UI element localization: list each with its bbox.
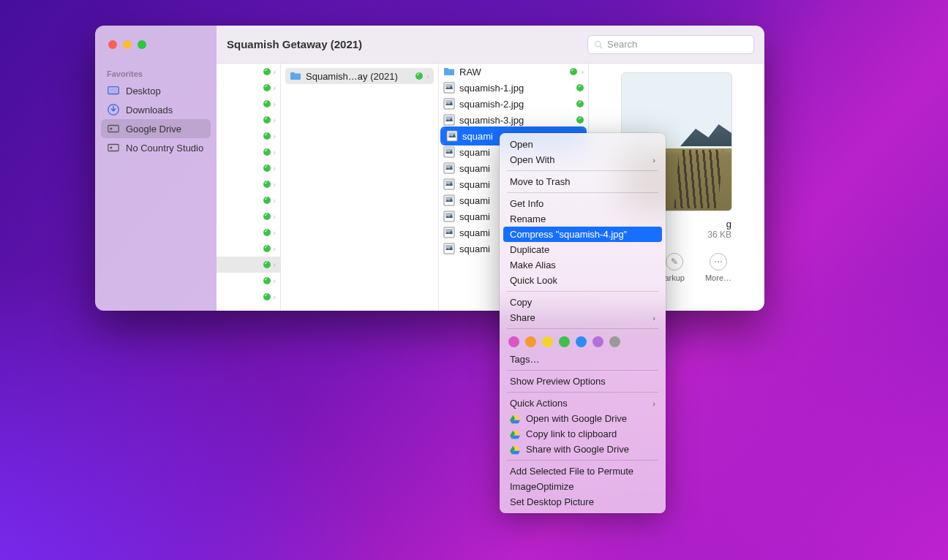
list-item[interactable]: › xyxy=(217,176,280,192)
tag-color-dot[interactable] xyxy=(576,336,587,347)
folder-item-squamish[interactable]: Squamish…ay (2021) › xyxy=(285,68,434,84)
menu-rename[interactable]: Rename xyxy=(500,211,666,227)
menu-show-preview-options[interactable]: Show Preview Options xyxy=(500,374,666,389)
tag-color-dot[interactable] xyxy=(508,336,519,347)
list-item[interactable]: › xyxy=(217,144,280,160)
menu-duplicate[interactable]: Duplicate xyxy=(500,242,666,257)
chevron-right-icon: › xyxy=(427,72,429,80)
menu-gd-open[interactable]: Open with Google Drive xyxy=(500,411,666,426)
menu-imageoptimize[interactable]: ImageOptimize xyxy=(500,479,666,494)
menu-share[interactable]: Share› xyxy=(500,310,666,325)
menu-move-to-trash[interactable]: Move to Trash xyxy=(500,174,666,189)
menu-open[interactable]: Open xyxy=(500,137,666,152)
menu-set-desktop-picture[interactable]: Set Desktop Picture xyxy=(500,494,666,510)
chevron-right-icon: › xyxy=(274,164,276,173)
list-item[interactable]: › xyxy=(217,112,280,128)
sync-icon xyxy=(263,277,271,284)
tag-color-dot[interactable] xyxy=(609,336,620,347)
list-item[interactable]: › xyxy=(217,128,280,144)
list-item[interactable]: › xyxy=(217,289,280,305)
list-item[interactable]: › xyxy=(217,241,280,257)
svg-rect-5 xyxy=(108,126,118,132)
list-item[interactable]: › xyxy=(217,80,280,96)
markup-button[interactable]: ✎ arkup xyxy=(664,253,685,282)
action-label: More… xyxy=(705,273,731,282)
svg-rect-3 xyxy=(110,88,118,92)
tag-color-dot[interactable] xyxy=(542,336,553,347)
sidebar-item-label: No Country Studio xyxy=(126,143,203,154)
file-item[interactable]: squamish-1.jpg xyxy=(439,80,588,96)
list-item[interactable]: › xyxy=(217,224,280,241)
menu-separator xyxy=(507,291,658,292)
chevron-right-icon: › xyxy=(274,197,276,205)
menu-open-with[interactable]: Open With› xyxy=(500,152,666,167)
tag-color-dot[interactable] xyxy=(592,336,603,347)
svg-point-6 xyxy=(110,127,112,129)
image-file-icon xyxy=(446,130,458,142)
sync-icon xyxy=(576,84,584,91)
minimize-icon[interactable] xyxy=(123,40,132,49)
close-icon[interactable] xyxy=(108,40,117,49)
google-drive-icon xyxy=(510,414,520,424)
search-input[interactable]: Search xyxy=(587,35,754,54)
chevron-right-icon: › xyxy=(274,277,276,285)
sidebar-item-google-drive[interactable]: Google Drive xyxy=(101,119,211,138)
chevron-right-icon: › xyxy=(274,116,276,124)
svg-line-1 xyxy=(600,46,602,48)
folder-icon xyxy=(443,66,455,77)
menu-gd-share[interactable]: Share with Google Drive xyxy=(500,442,666,457)
sync-icon xyxy=(576,100,584,107)
more-button[interactable]: ⋯ More… xyxy=(705,253,731,282)
tag-color-dot[interactable] xyxy=(559,336,570,347)
image-file-icon xyxy=(443,227,455,238)
menu-make-alias[interactable]: Make Alias xyxy=(500,257,666,273)
image-file-icon xyxy=(443,146,455,158)
chevron-right-icon: › xyxy=(652,156,655,164)
menu-quick-actions[interactable]: Quick Actions› xyxy=(500,396,666,411)
menu-separator xyxy=(507,328,658,329)
sidebar-item-downloads[interactable]: Downloads xyxy=(101,100,211,119)
file-item[interactable]: squamish-3.jpg xyxy=(439,112,588,128)
list-item[interactable]: › xyxy=(217,208,280,224)
folder-icon xyxy=(290,70,301,82)
chevron-right-icon: › xyxy=(652,314,655,322)
menu-get-info[interactable]: Get Info xyxy=(500,196,666,211)
sidebar-item-desktop[interactable]: Desktop xyxy=(101,81,211,100)
menu-quick-look[interactable]: Quick Look xyxy=(500,273,666,288)
sync-icon xyxy=(263,229,271,236)
zoom-icon[interactable] xyxy=(138,40,146,49)
list-item[interactable]: › xyxy=(217,273,280,289)
window-title: Squamish Getaway (2021) xyxy=(227,38,362,50)
sidebar-item-label: Downloads xyxy=(126,105,173,116)
menu-compress[interactable]: Compress "squamish-4.jpg" xyxy=(503,227,662,242)
menu-copy[interactable]: Copy xyxy=(500,295,666,310)
search-icon xyxy=(594,40,603,49)
sync-icon xyxy=(576,116,584,124)
chevron-right-icon: › xyxy=(274,84,276,92)
image-file-icon xyxy=(443,114,455,126)
traffic-lights xyxy=(108,40,146,49)
list-item[interactable]: › xyxy=(217,160,280,176)
folder-label: Squamish…ay (2021) xyxy=(306,71,411,82)
google-drive-icon xyxy=(510,429,520,439)
tag-color-dot[interactable] xyxy=(525,336,536,347)
list-item[interactable]: › xyxy=(217,192,280,208)
list-item[interactable]: › xyxy=(217,96,280,112)
sync-icon xyxy=(263,84,271,91)
sync-icon xyxy=(263,148,271,156)
menu-gd-copy[interactable]: Copy link to clipboard xyxy=(500,426,666,442)
folder-item[interactable]: RAW› xyxy=(439,64,588,80)
sidebar-item-no-country[interactable]: No Country Studio xyxy=(101,138,211,157)
list-item[interactable]: › xyxy=(217,257,280,273)
favorites-label: Favorites xyxy=(107,69,211,78)
chevron-right-icon: › xyxy=(274,68,276,76)
file-item[interactable]: squamish-2.jpg xyxy=(439,96,588,112)
list-item[interactable]: › xyxy=(217,64,280,80)
menu-permute[interactable]: Add Selected File to Permute xyxy=(500,463,666,479)
file-label: squamish-2.jpg xyxy=(459,99,572,110)
menu-tags[interactable]: Tags… xyxy=(500,352,666,367)
menu-separator xyxy=(507,370,658,371)
chevron-right-icon: › xyxy=(274,245,276,253)
chevron-right-icon: › xyxy=(274,229,276,237)
image-file-icon xyxy=(443,194,455,206)
